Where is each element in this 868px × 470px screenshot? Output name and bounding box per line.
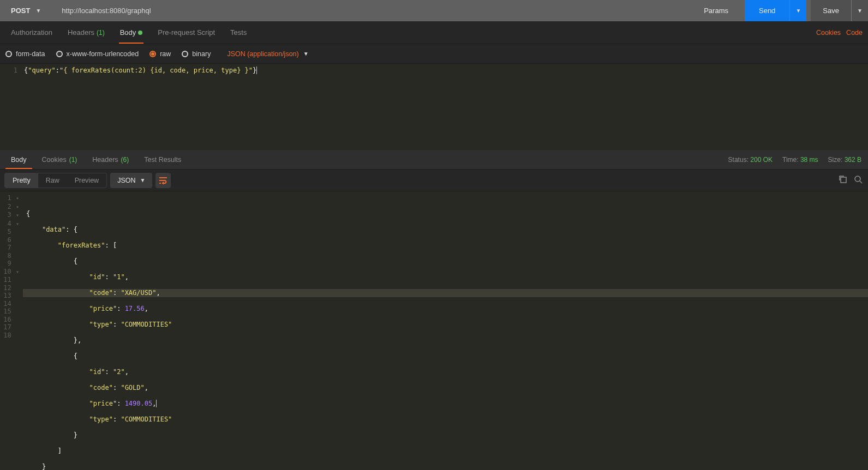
wrap-lines-button[interactable] [155,173,171,188]
line-number: 4 ▾ [0,220,20,228]
radio-icon [56,51,63,57]
svg-point-1 [855,176,860,182]
response-toolbar-right [839,170,863,191]
line-number: 5 [0,228,20,236]
chevron-down-icon: ▼ [140,177,145,183]
line-number: 10 ▾ [0,268,20,276]
size-group: Size: 362 B [828,156,861,164]
line-number: 17 [0,323,20,332]
http-method-label: POST [11,7,30,15]
chevron-down-icon: ▼ [35,8,41,14]
tab-tests[interactable]: Tests [223,21,254,44]
search-icon [854,175,863,184]
radio-binary[interactable]: binary [182,50,211,58]
request-body-content: {"query":"{ forexRates(count:2) {id, cod… [22,64,868,150]
save-button[interactable]: Save [811,0,851,21]
line-number: 15 [0,308,20,316]
view-raw[interactable]: Raw [38,173,67,188]
tab-response-cookies-count: (1) [69,156,77,164]
request-top-bar: POST ▼ Params Send ▼ Save ▼ [0,0,868,21]
response-format-select[interactable]: JSON ▼ [110,173,152,188]
response-status-bar: Status: 200 OK Time: 38 ms Size: 362 B [728,150,861,169]
radio-binary-label: binary [192,50,211,58]
request-gutter: 1 [0,64,22,150]
status-label: Status: [728,156,749,164]
svg-rect-0 [841,177,846,183]
tab-headers-count: (1) [97,29,105,37]
line-number: 2 ▾ [0,203,20,212]
response-tabs: Body Cookies (1) Headers (6) Test Result… [0,150,868,170]
request-tabs: Authorization Headers (1) Body Pre-reque… [0,21,868,44]
key-token: "query" [28,67,56,74]
line-number: 1 ▾ [0,194,20,203]
params-button[interactable]: Params [692,0,740,21]
unsaved-dot-icon [138,31,142,35]
line-number: 16 [0,316,20,324]
tab-response-headers-label: Headers [92,156,118,164]
response-format-label: JSON [117,177,135,184]
body-type-row: form-data x-www-form-urlencoded raw bina… [0,44,868,64]
line-number: 11 [0,276,20,284]
url-input[interactable] [55,0,687,21]
tab-response-cookies[interactable]: Cookies (1) [34,150,85,169]
radio-icon [182,51,188,57]
send-dropdown-button[interactable]: ▼ [790,0,806,21]
line-number: 9 [0,260,20,268]
save-button-group: Save ▼ [811,0,868,21]
radio-icon [5,51,12,57]
time-value: 38 ms [800,156,818,164]
colon-token: : [56,67,59,74]
code-link[interactable]: Code [846,29,863,37]
radio-raw[interactable]: raw [149,50,171,58]
response-body-editor[interactable]: 1 ▾ 2 ▾ 3 ▾ 4 ▾ 5 6 7 8 9 10 ▾ 11 12 13 … [0,191,868,470]
tab-body[interactable]: Body [112,21,151,44]
tab-pre-request-script[interactable]: Pre-request Script [150,21,223,44]
radio-urlencoded[interactable]: x-www-form-urlencoded [56,50,139,58]
tab-test-results[interactable]: Test Results [136,150,189,169]
tab-response-body[interactable]: Body [3,150,34,169]
line-number: 7 [0,244,20,252]
line-number: 8 [0,252,20,260]
wrap-icon [159,177,167,184]
radio-form-data[interactable]: form-data [5,50,45,58]
radio-urlencoded-label: x-www-form-urlencoded [67,50,139,58]
response-toolbar: Pretty Raw Preview JSON ▼ [0,170,868,191]
line-number: 1 [0,66,17,75]
size-label: Size: [828,156,843,164]
copy-response-button[interactable] [839,175,847,185]
tab-headers[interactable]: Headers (1) [60,21,112,44]
radio-form-data-label: form-data [16,50,45,58]
text-cursor [256,67,257,74]
request-body-editor[interactable]: 1 {"query":"{ forexRates(count:2) {id, c… [0,64,868,150]
chevron-down-icon: ▼ [795,8,801,14]
cookies-link[interactable]: Cookies [816,29,841,37]
raw-format-label: JSON (application/json) [227,50,298,58]
http-method-select[interactable]: POST ▼ [0,0,51,21]
line-number: 6 [0,236,20,244]
send-button[interactable]: Send [745,0,789,21]
chevron-down-icon: ▼ [857,8,863,14]
size-value: 362 B [845,156,861,164]
line-number: 14 [0,300,20,308]
status-value: 200 OK [750,156,773,164]
tab-response-headers[interactable]: Headers (6) [85,150,136,169]
raw-format-select[interactable]: JSON (application/json) ▼ [227,50,308,58]
save-dropdown-button[interactable]: ▼ [852,0,868,21]
response-gutter: 1 ▾ 2 ▾ 3 ▾ 4 ▾ 5 6 7 8 9 10 ▾ 11 12 13 … [0,191,23,470]
request-right-links: Cookies Code [816,21,863,44]
line-number: 12 [0,284,20,292]
line-number: 3 ▾ [0,211,20,220]
tab-response-headers-count: (6) [121,156,129,164]
chevron-down-icon: ▼ [303,51,309,57]
tab-body-label: Body [120,28,136,37]
view-pretty[interactable]: Pretty [5,173,38,188]
line-number: 13 [0,292,20,300]
status-group: Status: 200 OK [728,156,773,164]
search-response-button[interactable] [854,175,863,185]
tab-authorization[interactable]: Authorization [3,21,60,44]
time-group: Time: 38 ms [782,156,818,164]
view-preview[interactable]: Preview [67,173,106,188]
view-mode-segment: Pretty Raw Preview [4,173,107,188]
copy-icon [839,175,847,184]
radio-icon [149,51,156,57]
